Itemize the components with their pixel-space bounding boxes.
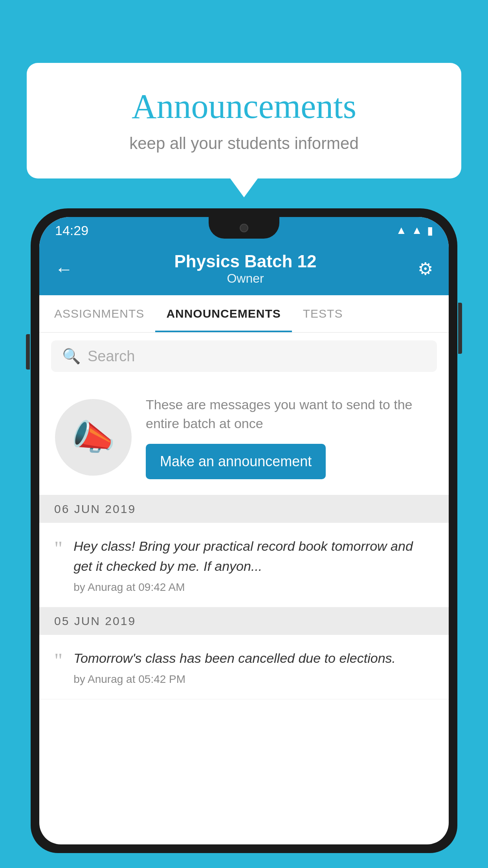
quote-icon-2: " (54, 651, 62, 671)
announcement-item-2[interactable]: " Tomorrow's class has been cancelled du… (39, 635, 449, 699)
announcement-prompt: 📣 These are messages you want to send to… (39, 380, 449, 495)
make-announcement-button[interactable]: Make an announcement (146, 444, 326, 479)
announcement-description: These are messages you want to send to t… (146, 395, 433, 433)
camera (240, 224, 248, 232)
speech-bubble: Announcements keep all your students inf… (27, 63, 461, 178)
date-separator-2: 05 JUN 2019 (39, 607, 449, 635)
announcement-meta-2: by Anurag at 05:42 PM (73, 673, 434, 686)
search-placeholder: Search (88, 348, 135, 365)
speech-bubble-container: Announcements keep all your students inf… (27, 63, 461, 178)
app-header: ← Physics Batch 12 Owner ⚙ (39, 244, 449, 295)
search-icon: 🔍 (62, 348, 81, 365)
announcement-content-1: Hey class! Bring your practical record b… (73, 536, 434, 594)
tab-assignments[interactable]: ASSIGNMENTS (43, 295, 155, 332)
battery-icon: ▮ (427, 224, 433, 237)
batch-role: Owner (174, 271, 317, 286)
notch (209, 217, 279, 239)
phone-outer: 14:29 ▲ ▲ ▮ ← Physics Batch 12 Owner ⚙ (31, 208, 457, 853)
search-container: 🔍 Search (39, 333, 449, 380)
announcement-right: These are messages you want to send to t… (146, 395, 433, 479)
signal-icon: ▲ (411, 224, 422, 237)
speech-bubble-subtitle: keep all your students informed (46, 134, 442, 153)
speech-bubble-title: Announcements (46, 86, 442, 126)
phone-mockup: 14:29 ▲ ▲ ▮ ← Physics Batch 12 Owner ⚙ (31, 208, 457, 868)
power-button (458, 303, 462, 354)
announcement-text-1: Hey class! Bring your practical record b… (73, 536, 434, 576)
header-center: Physics Batch 12 Owner (174, 252, 317, 286)
status-bar: 14:29 ▲ ▲ ▮ (39, 217, 449, 244)
megaphone-circle: 📣 (55, 399, 132, 476)
tab-announcements[interactable]: ANNOUNCEMENTS (155, 295, 292, 332)
announcement-meta-1: by Anurag at 09:42 AM (73, 581, 434, 594)
status-icons: ▲ ▲ ▮ (396, 224, 433, 237)
status-time: 14:29 (55, 223, 88, 238)
batch-title: Physics Batch 12 (174, 252, 317, 271)
back-button[interactable]: ← (55, 258, 73, 280)
announcement-text-2: Tomorrow's class has been cancelled due … (73, 648, 434, 668)
quote-icon-1: " (54, 539, 62, 559)
phone-screen: 14:29 ▲ ▲ ▮ ← Physics Batch 12 Owner ⚙ (39, 217, 449, 844)
settings-icon[interactable]: ⚙ (418, 259, 433, 279)
volume-button (26, 334, 30, 370)
announcement-item-1[interactable]: " Hey class! Bring your practical record… (39, 523, 449, 607)
megaphone-icon: 📣 (72, 417, 116, 458)
wifi-icon: ▲ (396, 224, 407, 237)
announcement-content-2: Tomorrow's class has been cancelled due … (73, 648, 434, 686)
search-bar[interactable]: 🔍 Search (51, 340, 437, 372)
date-separator-1: 06 JUN 2019 (39, 495, 449, 523)
tab-tests[interactable]: TESTS (292, 295, 354, 332)
tab-bar: ASSIGNMENTS ANNOUNCEMENTS TESTS (39, 295, 449, 333)
